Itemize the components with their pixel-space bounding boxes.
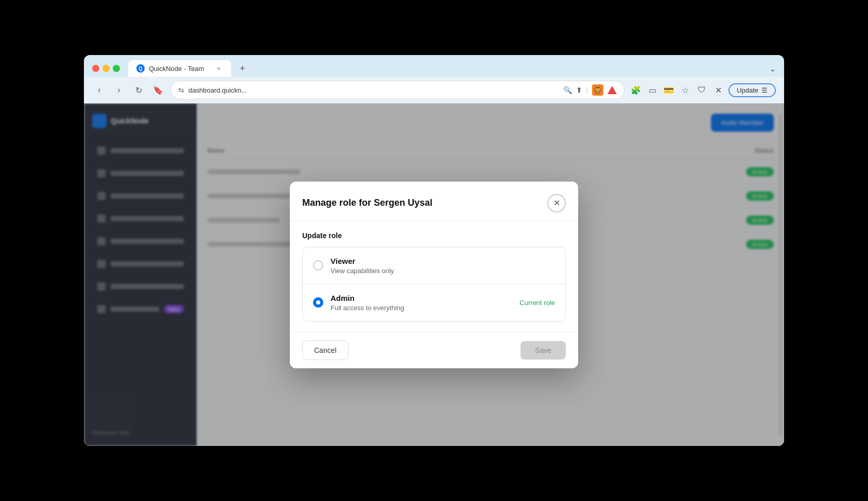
share-icon[interactable]: ⬆	[576, 86, 582, 94]
tabs-chevron-icon[interactable]: ⌄	[769, 64, 776, 74]
browser-tabs: Q QuickNode - Team × + ⌄	[92, 60, 776, 77]
new-tab-btn[interactable]: +	[235, 61, 250, 76]
viewer-role-name: Viewer	[331, 257, 555, 265]
minimize-traffic-light[interactable]	[102, 65, 110, 72]
sidebar-panel-icon[interactable]: ▭	[646, 84, 658, 96]
admin-radio[interactable]	[313, 297, 323, 308]
browser-toolbar: ‹ › ↻ 🔖 ⇆ dashboard.quickn... 🔍 ⬆ | 🦁 🧩 …	[84, 77, 784, 103]
maximize-traffic-light[interactable]	[113, 65, 120, 72]
aurora-icon[interactable]	[607, 86, 617, 94]
traffic-lights	[92, 65, 120, 72]
tab-title: QuickNode - Team	[149, 65, 204, 73]
manage-role-modal: Manage role for Sergen Uysal ✕ Update ro…	[290, 182, 578, 368]
browser-content: QuickNode	[84, 103, 784, 446]
admin-role-option[interactable]: Admin Full access to everything Current …	[303, 284, 565, 321]
active-tab[interactable]: Q QuickNode - Team ×	[128, 60, 231, 77]
refresh-btn[interactable]: ↻	[131, 83, 146, 97]
current-role-badge: Current role	[519, 299, 555, 307]
viewer-role-description: View capabilities only	[331, 267, 555, 275]
address-actions: 🔍 ⬆ | 🦁	[563, 84, 617, 96]
bookmark-btn[interactable]: 🔖	[151, 83, 165, 97]
star-icon[interactable]: ☆	[679, 84, 691, 96]
brave-shield-icon[interactable]: 🦁	[592, 84, 603, 96]
update-role-label: Update role	[302, 231, 566, 240]
admin-role-info: Admin Full access to everything	[331, 294, 512, 312]
modal-body: Update role Viewer View capabilities onl…	[290, 221, 578, 332]
modal-header: Manage role for Sergen Uysal ✕	[290, 182, 578, 221]
zoom-out-icon[interactable]: 🔍	[563, 86, 572, 94]
radio-inner-dot	[316, 300, 320, 305]
modal-close-button[interactable]: ✕	[547, 194, 566, 212]
connection-icon: ⇆	[178, 86, 184, 94]
viewer-radio[interactable]	[313, 260, 323, 271]
close-traffic-light[interactable]	[92, 65, 99, 72]
wallet-icon[interactable]: 💳	[663, 84, 675, 96]
admin-role-name: Admin	[331, 294, 512, 302]
role-options: Viewer View capabilities only Admin	[302, 247, 566, 321]
forward-btn[interactable]: ›	[112, 83, 126, 97]
extensions-icon[interactable]: 🧩	[630, 84, 642, 96]
admin-role-description: Full access to everything	[331, 304, 512, 312]
toolbar-right: 🧩 ▭ 💳 ☆ 🛡 ✕ Update ☰	[630, 83, 776, 97]
tab-close-btn[interactable]: ×	[215, 64, 223, 73]
update-button[interactable]: Update ☰	[728, 83, 776, 97]
viewer-role-option[interactable]: Viewer View capabilities only	[303, 247, 565, 284]
cancel-button[interactable]: Cancel	[302, 341, 349, 360]
browser-titlebar: Q QuickNode - Team × + ⌄	[84, 55, 784, 77]
address-text: dashboard.quickn...	[188, 86, 559, 94]
update-label: Update	[737, 86, 758, 94]
browser-window: Q QuickNode - Team × + ⌄ ‹ › ↻ 🔖 ⇆ dashb…	[84, 55, 784, 446]
address-bar[interactable]: ⇆ dashboard.quickn... 🔍 ⬆ | 🦁	[170, 81, 624, 99]
back-btn[interactable]: ‹	[92, 83, 107, 97]
viewer-role-info: Viewer View capabilities only	[331, 257, 555, 275]
shield-icon[interactable]: 🛡	[696, 84, 708, 96]
brave-logo-icon[interactable]: ✕	[712, 84, 724, 96]
modal-title: Manage role for Sergen Uysal	[302, 198, 432, 208]
save-button[interactable]: Save	[520, 341, 566, 360]
tab-favicon: Q	[136, 64, 145, 73]
modal-overlay: Manage role for Sergen Uysal ✕ Update ro…	[84, 103, 784, 446]
hamburger-icon: ☰	[761, 86, 768, 94]
modal-footer: Cancel Save	[290, 332, 578, 368]
